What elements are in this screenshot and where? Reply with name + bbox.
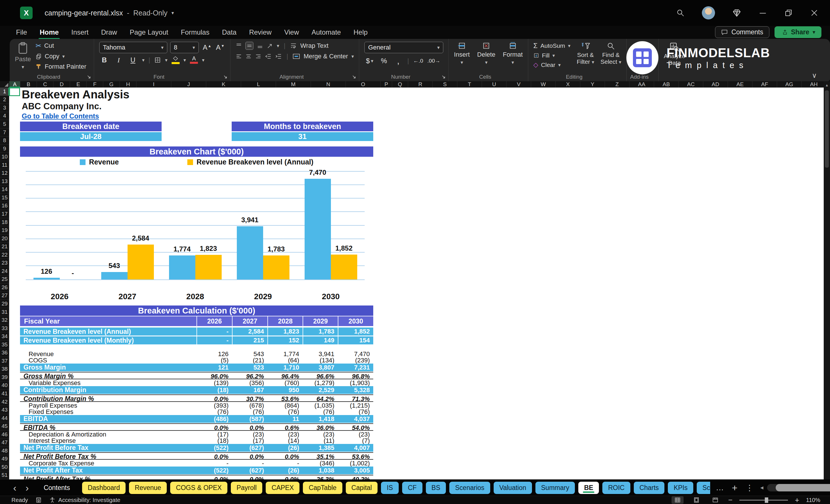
- zoom-in-button[interactable]: +: [795, 496, 799, 504]
- cell-value[interactable]: (760): [267, 379, 302, 387]
- sheet-tab-cogs-opex[interactable]: COGS & OPEX: [170, 482, 227, 494]
- cell-value[interactable]: 4,037: [338, 415, 373, 423]
- ribbon-tab-review[interactable]: Review: [243, 27, 278, 37]
- macro-record-icon[interactable]: [35, 497, 42, 503]
- sheet-tab-sc[interactable]: Sc: [697, 482, 710, 494]
- font-name-select[interactable]: Tahoma▾: [99, 42, 167, 53]
- row-header-49[interactable]: 49: [0, 455, 9, 463]
- cell-value[interactable]: (76): [196, 408, 232, 416]
- cell-value[interactable]: 152: [267, 336, 302, 344]
- column-header-X[interactable]: X: [556, 81, 580, 88]
- column-header-L[interactable]: L: [241, 81, 276, 88]
- wrap-text-icon[interactable]: [290, 42, 297, 49]
- insert-cells-button[interactable]: Insert ▾: [454, 42, 470, 73]
- premium-gem-icon[interactable]: [732, 8, 741, 18]
- cell-value[interactable]: 1,710: [267, 364, 302, 371]
- fill-button[interactable]: Fill ▾: [534, 52, 571, 59]
- row-header-3[interactable]: 3: [0, 104, 9, 112]
- copy-button[interactable]: Copy ▾: [35, 53, 86, 60]
- row-header-16[interactable]: 16: [0, 202, 9, 210]
- row-header-17[interactable]: 17: [0, 210, 9, 218]
- row-header-43[interactable]: 43: [0, 406, 9, 414]
- horizontal-scrollbar[interactable]: [767, 484, 830, 492]
- cell-value[interactable]: (11): [302, 437, 338, 444]
- cell-value[interactable]: (76): [338, 408, 373, 416]
- sheet-tab-dashboard[interactable]: Dashboard: [82, 482, 126, 494]
- horizontal-scroll-thumb[interactable]: [776, 484, 830, 492]
- row-header-1[interactable]: 1: [0, 88, 9, 96]
- cell-value[interactable]: 35.1%: [302, 453, 338, 461]
- sheet-tab-charts[interactable]: Charts: [634, 482, 665, 494]
- cell-value[interactable]: 96.6%: [302, 372, 338, 380]
- column-header-P[interactable]: P: [381, 81, 392, 88]
- row-header-41[interactable]: 41: [0, 389, 9, 398]
- increase-indent-icon[interactable]: [275, 53, 282, 60]
- cell-value[interactable]: 0.6%: [267, 424, 302, 432]
- underline-chevron-icon[interactable]: ▾: [142, 57, 145, 63]
- alignment-dialog-launcher-icon[interactable]: [352, 75, 357, 80]
- row-label[interactable]: EBITDA: [20, 415, 196, 423]
- row-header-47[interactable]: 47: [0, 439, 9, 447]
- column-header-AD[interactable]: AD: [703, 81, 728, 88]
- restore-button[interactable]: [784, 8, 793, 17]
- orientation-chevron-icon[interactable]: ▾: [277, 43, 280, 49]
- font-color-button[interactable]: A: [190, 56, 198, 64]
- sheet-tab-roic[interactable]: ROIC: [602, 482, 630, 494]
- table-of-contents-link[interactable]: Go to Table of Contents: [22, 112, 99, 120]
- align-right-icon[interactable]: [255, 53, 261, 60]
- ribbon-collapse-chevron-icon[interactable]: ∨: [812, 71, 817, 80]
- row-header-31[interactable]: 31: [0, 308, 9, 316]
- column-header-D[interactable]: D: [54, 81, 70, 88]
- comments-button[interactable]: Comments: [715, 26, 769, 38]
- cell-value[interactable]: (627): [232, 444, 267, 452]
- column-header-J[interactable]: J: [171, 81, 206, 88]
- row-header-22[interactable]: 22: [0, 251, 9, 259]
- row-label[interactable]: Net Profit Before Tax: [20, 444, 196, 452]
- cell-value[interactable]: 950: [267, 386, 302, 394]
- column-header-E[interactable]: E: [70, 81, 87, 88]
- cell-value[interactable]: 3,807: [302, 364, 338, 371]
- user-avatar[interactable]: [702, 6, 715, 20]
- column-header-AB[interactable]: AB: [654, 81, 679, 88]
- zoom-out-button[interactable]: −: [728, 496, 732, 504]
- ribbon-tab-view[interactable]: View: [278, 27, 306, 37]
- cell-value[interactable]: (26): [267, 467, 302, 474]
- cell-value[interactable]: (64): [267, 357, 302, 364]
- row-label[interactable]: Contribution Margin %: [20, 395, 196, 403]
- cell-value[interactable]: 154: [338, 336, 373, 344]
- cell-value[interactable]: (1,903): [338, 379, 373, 387]
- cell-value[interactable]: -: [196, 327, 232, 336]
- cell-value[interactable]: (26): [267, 444, 302, 452]
- row-header-50[interactable]: 50: [0, 463, 9, 471]
- cell-value[interactable]: (239): [338, 357, 373, 364]
- row-label[interactable]: Interest Expense: [20, 437, 196, 444]
- row-label[interactable]: EBITDA %: [20, 424, 196, 432]
- row-header-23[interactable]: 23: [0, 259, 9, 267]
- row-header-13[interactable]: 13: [0, 177, 9, 186]
- cell-value[interactable]: 11: [267, 415, 302, 423]
- normal-view-button[interactable]: [672, 496, 683, 504]
- cell-value[interactable]: (76): [267, 408, 302, 416]
- grow-font-button[interactable]: A▴: [202, 43, 212, 52]
- cell-value[interactable]: 54.0%: [338, 424, 373, 432]
- ribbon-tab-data[interactable]: Data: [216, 27, 243, 37]
- months-to-breakeven-value[interactable]: 31: [232, 132, 373, 141]
- cell-value[interactable]: 0.0%: [232, 424, 267, 432]
- row-header-14[interactable]: 14: [0, 186, 9, 194]
- row-header-34[interactable]: 34: [0, 333, 9, 341]
- cell-value[interactable]: (18): [196, 386, 232, 394]
- accounting-format-button[interactable]: $▾: [364, 57, 375, 65]
- column-header-M[interactable]: M: [276, 81, 311, 88]
- row-header-24[interactable]: 24: [0, 267, 9, 276]
- borders-chevron-icon[interactable]: ▾: [165, 57, 168, 63]
- align-center-icon[interactable]: [246, 53, 252, 60]
- cell-value[interactable]: (139): [196, 379, 232, 387]
- cell-value[interactable]: 167: [232, 386, 267, 394]
- number-format-select[interactable]: General▾: [364, 42, 443, 53]
- cell-value[interactable]: 96.8%: [338, 372, 373, 380]
- row-header-4[interactable]: 4: [0, 112, 9, 120]
- row-label[interactable]: Gross Margin: [20, 364, 196, 371]
- fill-color-button[interactable]: [171, 56, 180, 64]
- sheet-tab-cf[interactable]: CF: [402, 482, 422, 494]
- row-header-36[interactable]: 36: [0, 349, 9, 357]
